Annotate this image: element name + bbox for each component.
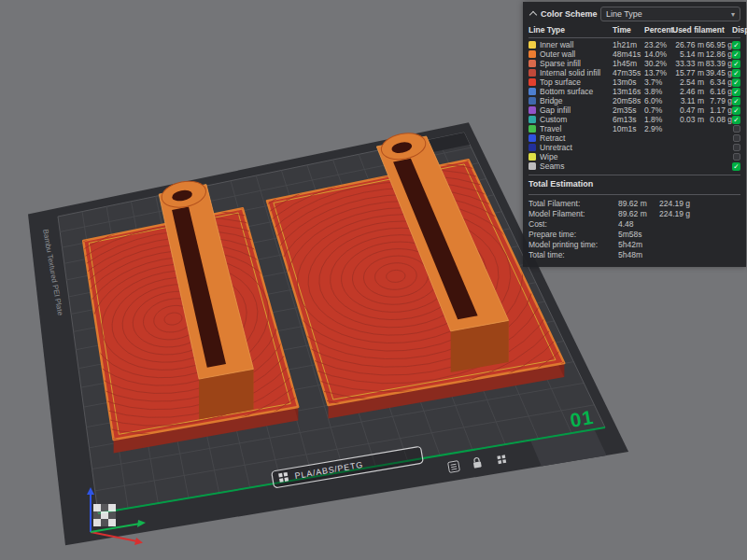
total-row: Model printing time: 5h42m <box>529 239 740 249</box>
display-checkbox[interactable] <box>732 60 740 68</box>
line-type-label: Unretract <box>540 143 613 152</box>
total-row-label: Model printing time: <box>529 240 618 249</box>
total-row-value: 89.62 m <box>618 199 659 208</box>
display-checkbox[interactable] <box>732 41 740 49</box>
line-type-row: Seams <box>529 161 740 171</box>
line-type-row: Unretract <box>529 143 740 152</box>
line-type-label: Seams <box>540 161 613 171</box>
display-checkbox[interactable] <box>733 153 740 161</box>
divider <box>529 194 740 195</box>
line-type-meters: 15.77 m <box>672 68 704 77</box>
line-type-percent: 30.2% <box>644 59 672 68</box>
line-type-meters: 2.54 m <box>672 77 704 87</box>
line-type-percent: 3.7% <box>644 77 672 87</box>
line-type-color-swatch <box>529 153 536 161</box>
total-row-value: 5h42m <box>618 240 659 249</box>
line-type-label: Outer wall <box>540 49 613 59</box>
line-type-table-header: Line Type Time Percent Used filament Dis… <box>529 25 740 38</box>
line-type-percent: 13.7% <box>644 68 672 77</box>
plate-number: 01 <box>569 406 596 431</box>
line-type-color-swatch <box>529 88 536 95</box>
total-row-value: 5h48m <box>618 250 659 259</box>
line-type-grams: 39.45 g <box>704 68 732 77</box>
line-type-percent: 1.8% <box>644 115 672 124</box>
line-type-label: Custom <box>540 115 613 124</box>
line-type-label: Sparse infill <box>540 59 613 68</box>
line-type-label: Internal solid infill <box>540 68 613 77</box>
color-scheme-panel: Color Scheme Line Type Line Type Time Pe… <box>523 2 746 267</box>
line-type-label: Retract <box>540 133 613 143</box>
display-checkbox[interactable] <box>732 106 740 115</box>
line-type-row: Outer wall 48m41s 14.0% 5.14 m 12.86 g <box>529 49 740 59</box>
display-checkbox[interactable] <box>732 50 740 59</box>
line-type-color-swatch <box>529 116 536 123</box>
line-type-label: Travel <box>540 124 613 133</box>
line-type-percent: 0.7% <box>644 105 672 115</box>
total-row-value: 89.62 m <box>618 209 659 218</box>
line-type-percent: 14.0% <box>644 49 672 59</box>
line-type-meters: 3.11 m <box>672 96 704 105</box>
line-type-row: Travel 10m1s 2.9% <box>529 124 740 133</box>
line-type-row: Gap infill 2m35s 0.7% 0.47 m 1.17 g <box>529 105 740 115</box>
display-checkbox[interactable] <box>732 69 740 77</box>
line-type-color-swatch <box>529 41 536 49</box>
line-type-grams: 66.95 g <box>704 40 732 49</box>
line-type-color-swatch <box>529 60 536 67</box>
total-row-label: Cost: <box>529 219 618 229</box>
line-type-row: Retract <box>529 133 740 143</box>
line-type-color-swatch <box>529 106 536 114</box>
display-checkbox[interactable] <box>732 88 740 96</box>
total-row-label: Model Filament: <box>529 209 618 218</box>
display-checkbox[interactable] <box>733 125 740 133</box>
line-type-label: Bottom surface <box>540 87 613 96</box>
line-type-label: Wipe <box>540 152 613 161</box>
line-type-row: Inner wall 1h21m 23.2% 26.76 m 66.95 g <box>529 40 740 49</box>
color-scheme-dropdown[interactable]: Line Type <box>600 7 740 21</box>
origin-checker <box>93 504 116 526</box>
display-checkbox[interactable] <box>733 134 740 142</box>
total-row-value: 5m58s <box>618 230 659 239</box>
line-type-row: Bottom surface 13m16s 3.8% 2.46 m 6.16 g <box>529 87 740 96</box>
line-type-color-swatch <box>529 162 536 170</box>
total-row-value2: 224.19 g <box>659 199 740 208</box>
divider <box>529 175 740 175</box>
line-type-time: 10m1s <box>613 124 644 133</box>
dropdown-caret-icon <box>731 9 735 19</box>
line-type-row: Sparse infill 1h45m 30.2% 33.33 m 83.39 … <box>529 59 740 68</box>
line-type-meters: 5.14 m <box>672 49 704 59</box>
line-type-color-swatch <box>529 144 536 151</box>
total-row: Prepare time: 5m58s <box>529 229 740 239</box>
line-type-time: 2m35s <box>613 105 644 115</box>
line-type-percent: 6.0% <box>644 96 672 105</box>
panel-header: Color Scheme Line Type <box>529 6 740 22</box>
line-type-label: Bridge <box>540 96 613 105</box>
line-type-table: Inner wall 1h21m 23.2% 26.76 m 66.95 g O… <box>529 40 740 171</box>
line-type-row: Wipe <box>529 152 740 161</box>
total-row: Model Filament: 89.62 m 224.19 g <box>529 208 740 218</box>
display-checkbox[interactable] <box>732 162 740 171</box>
header-display: Display <box>732 25 747 35</box>
display-checkbox[interactable] <box>732 97 740 105</box>
line-type-time: 47m35s <box>613 68 644 77</box>
display-checkbox[interactable] <box>732 116 740 124</box>
header-percent: Percent <box>644 25 672 35</box>
line-type-grams: 6.34 g <box>704 77 732 87</box>
line-type-time: 13m0s <box>613 77 644 87</box>
line-type-time: 1h45m <box>613 59 644 68</box>
total-row: Total time: 5h48m <box>529 249 740 259</box>
display-checkbox[interactable] <box>733 144 740 151</box>
line-type-percent: 23.2% <box>644 40 672 49</box>
line-type-row: Top surface 13m0s 3.7% 2.54 m 6.34 g <box>529 77 740 87</box>
line-type-row: Bridge 20m58s 6.0% 3.11 m 7.79 g <box>529 96 740 105</box>
line-type-percent: 3.8% <box>644 87 672 96</box>
line-type-time: 1h21m <box>613 40 644 49</box>
plate-settings-icon[interactable] <box>448 461 460 473</box>
header-used-filament: Used filament <box>672 25 732 35</box>
total-estimation-title: Total Estimation <box>529 178 740 190</box>
line-type-grams: 7.79 g <box>704 96 732 105</box>
collapse-chevron-icon[interactable] <box>529 11 537 19</box>
panel-title: Color Scheme <box>541 9 598 19</box>
display-checkbox[interactable] <box>732 78 740 87</box>
line-type-color-swatch <box>529 50 536 58</box>
line-type-grams: 6.16 g <box>704 87 732 96</box>
